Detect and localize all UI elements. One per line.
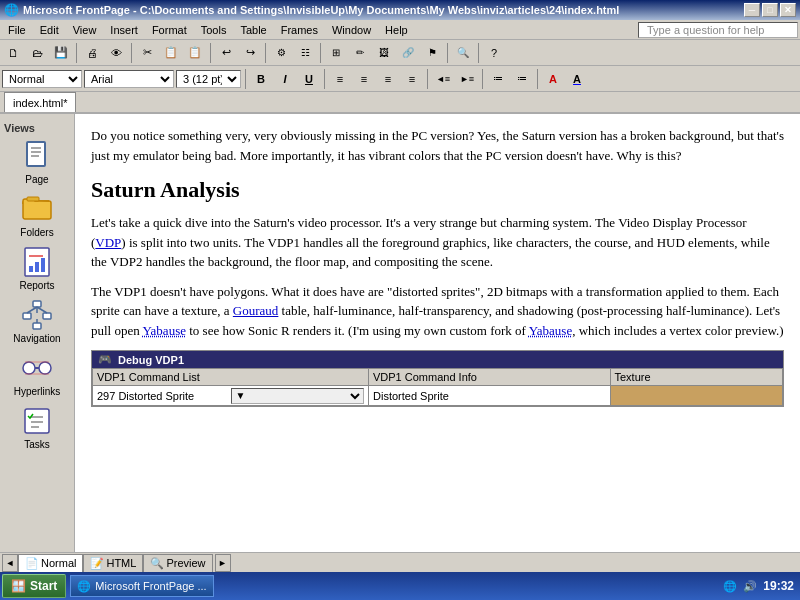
start-icon: 🪟 (11, 579, 26, 593)
undo-button[interactable]: ↩ (215, 42, 237, 64)
document-tab[interactable]: index.html* (4, 92, 76, 112)
sep3 (210, 43, 211, 63)
print-button[interactable]: 🖨 (81, 42, 103, 64)
menu-insert[interactable]: Insert (104, 22, 144, 38)
app-icon: 🌐 (4, 3, 19, 17)
menu-format[interactable]: Format (146, 22, 193, 38)
sep6 (447, 43, 448, 63)
sidebar-item-page[interactable]: Page (0, 136, 74, 189)
bottom-tab-html[interactable]: 📝 HTML (83, 554, 143, 572)
highlight-button[interactable]: A (542, 68, 564, 90)
html-tab-icon: 📝 (90, 557, 104, 570)
bold-button[interactable]: B (250, 68, 272, 90)
svg-rect-8 (35, 262, 39, 272)
svg-rect-0 (27, 142, 45, 166)
flag-button[interactable]: ⚑ (421, 42, 443, 64)
vdp-col2-header: VDP1 Command Info (369, 369, 611, 386)
paragraph-2: The VDP1 doesn't have polygons. What it … (91, 282, 784, 341)
component-button[interactable]: ⚙ (270, 42, 292, 64)
menu-table[interactable]: Table (234, 22, 272, 38)
indent-button[interactable]: ►≡ (456, 68, 478, 90)
open-button[interactable]: 🗁 (26, 42, 48, 64)
preview-button[interactable]: 👁 (105, 42, 127, 64)
document-tabbar: index.html* (0, 92, 800, 114)
cut-button[interactable]: ✂ (136, 42, 158, 64)
align-right-button[interactable]: ≡ (377, 68, 399, 90)
bottom-tab-preview[interactable]: 🔍 Preview (143, 554, 212, 572)
yabause-link2[interactable]: Yabause (529, 323, 572, 338)
image-button[interactable]: 🖼 (373, 42, 395, 64)
vdp-command-cell: 297 Distorted Sprite ▼ (93, 386, 369, 406)
search-button[interactable]: 🔍 (452, 42, 474, 64)
draw-button[interactable]: ✏ (349, 42, 371, 64)
maximize-button[interactable]: □ (762, 3, 778, 17)
fontcolor-button[interactable]: A (566, 68, 588, 90)
close-button[interactable]: ✕ (780, 3, 796, 17)
sep-fmt2 (324, 69, 325, 89)
yabause-link1[interactable]: Yabause (143, 323, 186, 338)
taskbar-frontpage[interactable]: 🌐 Microsoft FrontPage ... (70, 575, 213, 597)
numbering-button[interactable]: ≔ (511, 68, 533, 90)
start-button[interactable]: 🪟 Start (2, 574, 66, 598)
redo-button[interactable]: ↪ (239, 42, 261, 64)
tab-scroll-left[interactable]: ◄ (2, 554, 18, 572)
paste-button[interactable]: 📋 (184, 42, 206, 64)
sidebar-item-folders[interactable]: Folders (0, 189, 74, 242)
new-button[interactable]: 🗋 (2, 42, 24, 64)
reports-icon (21, 246, 53, 278)
size-dropdown[interactable]: 3 (12 pt) (176, 70, 241, 88)
sep7 (478, 43, 479, 63)
outdent-button[interactable]: ◄≡ (432, 68, 454, 90)
bullets-button[interactable]: ≔ (487, 68, 509, 90)
table-row: 297 Distorted Sprite ▼ Distorted Sprite (93, 386, 783, 406)
sidebar-item-navigation[interactable]: Navigation (0, 295, 74, 348)
vdp-titlebar: 🎮 Debug VDP1 (92, 351, 783, 368)
bottom-tab-normal[interactable]: 📄 Normal (18, 554, 83, 572)
table-button[interactable]: ⊞ (325, 42, 347, 64)
menu-help[interactable]: Help (379, 22, 414, 38)
vdp-title: Debug VDP1 (118, 354, 184, 366)
insert-button[interactable]: ☷ (294, 42, 316, 64)
hyperlinks-icon (21, 352, 53, 384)
tasks-icon (21, 405, 53, 437)
underline-button[interactable]: U (298, 68, 320, 90)
font-dropdown[interactable]: Arial (84, 70, 174, 88)
tray-volume-icon: 🔊 (743, 580, 757, 593)
align-justify-button[interactable]: ≡ (401, 68, 423, 90)
sidebar-views-label: Views (0, 118, 74, 136)
gouraud-link[interactable]: Gouraud (233, 303, 279, 318)
paragraph-1: Let's take a quick dive into the Saturn'… (91, 213, 784, 272)
vdp-link[interactable]: VDP (95, 235, 121, 250)
menu-file[interactable]: File (2, 22, 32, 38)
content-scroll[interactable]: Do you notice something very, very obvio… (75, 114, 800, 552)
sidebar-item-reports[interactable]: Reports (0, 242, 74, 295)
bottom-tabbar: ◄ 📄 Normal 📝 HTML 🔍 Preview ► (0, 552, 800, 572)
menu-edit[interactable]: Edit (34, 22, 65, 38)
sidebar-item-tasks[interactable]: Tasks (0, 401, 74, 454)
link-button[interactable]: 🔗 (397, 42, 419, 64)
align-left-button[interactable]: ≡ (329, 68, 351, 90)
sep-fmt3 (427, 69, 428, 89)
minimize-button[interactable]: ─ (744, 3, 760, 17)
style-dropdown[interactable]: Normal (2, 70, 82, 88)
menu-frames[interactable]: Frames (275, 22, 324, 38)
sep-fmt1 (245, 69, 246, 89)
menu-view[interactable]: View (67, 22, 103, 38)
help-button[interactable]: ? (483, 42, 505, 64)
help-search-box[interactable]: Type a question for help (638, 22, 798, 38)
vdp-command-dropdown[interactable]: ▼ (231, 388, 365, 404)
copy-button[interactable]: 📋 (160, 42, 182, 64)
menu-window[interactable]: Window (326, 22, 377, 38)
svg-rect-13 (43, 313, 51, 319)
italic-button[interactable]: I (274, 68, 296, 90)
tab-scroll-right[interactable]: ► (215, 554, 231, 572)
sidebar-item-hyperlinks[interactable]: Hyperlinks (0, 348, 74, 401)
help-placeholder: Type a question for help (641, 22, 770, 38)
sep2 (131, 43, 132, 63)
save-button[interactable]: 💾 (50, 42, 72, 64)
menu-tools[interactable]: Tools (195, 22, 233, 38)
taskbar-time: 19:32 (763, 579, 794, 593)
main-heading: Saturn Analysis (91, 177, 784, 203)
format-toolbar: Normal Arial 3 (12 pt) B I U ≡ ≡ ≡ ≡ ◄≡ … (0, 66, 800, 92)
align-center-button[interactable]: ≡ (353, 68, 375, 90)
